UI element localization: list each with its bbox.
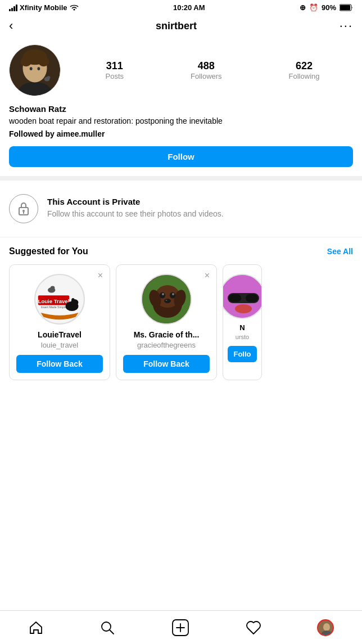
suggested-title: Suggested for You	[9, 246, 88, 256]
home-nav-button[interactable]	[28, 620, 44, 636]
suggested-header: Suggested for You See All	[9, 246, 362, 256]
profile-nav-button[interactable]	[317, 619, 334, 636]
lock-icon	[9, 194, 38, 223]
svg-rect-37	[229, 294, 241, 302]
svg-point-23	[51, 286, 55, 290]
svg-point-46	[323, 623, 330, 631]
section-divider-1	[0, 176, 362, 181]
posts-count: 311	[106, 60, 123, 72]
svg-point-39	[235, 304, 252, 313]
profile-nav-avatar	[317, 619, 334, 636]
card-1-username: louie_travel	[41, 341, 79, 349]
suggested-card-1: × Louie Travel Insert Made Simple	[9, 264, 110, 380]
svg-point-11	[47, 76, 51, 79]
followers-stat[interactable]: 488 Followers	[191, 60, 222, 80]
battery-icon	[340, 4, 353, 11]
status-time: 10:20 AM	[173, 3, 205, 12]
battery-percent: 90%	[322, 3, 336, 12]
private-account-message: Follow this account to see their photos …	[47, 209, 224, 220]
wifi-icon	[70, 4, 79, 11]
private-account-title: This Account is Private	[47, 197, 224, 206]
top-nav: ‹ snirtbert ···	[0, 14, 362, 39]
card-2-close-button[interactable]: ×	[205, 271, 210, 281]
status-right: ⊕ ⏰ 90%	[300, 3, 353, 12]
avatar-image	[10, 45, 60, 96]
suggested-section: Suggested for You See All × Louie Travel…	[0, 237, 362, 389]
profile-avatar[interactable]	[9, 44, 61, 96]
svg-point-34	[166, 300, 168, 301]
svg-text:Louie Travel: Louie Travel	[38, 298, 70, 304]
card-1-avatar: Louie Travel Insert Made Simple	[34, 274, 85, 325]
carrier-name: Xfinity Mobile	[20, 3, 67, 12]
svg-point-8	[30, 67, 33, 70]
status-left: Xfinity Mobile	[9, 3, 79, 12]
card-2-username: gracieofthegreens	[137, 341, 196, 349]
bottom-nav	[0, 610, 362, 644]
followed-by-label: Followed by	[9, 129, 55, 138]
activity-nav-button[interactable]	[246, 620, 261, 636]
profile-followed-by: Followed by aimee.muller	[9, 129, 353, 138]
card-2-name: Ms. Gracie of th...	[134, 330, 200, 339]
card-2-follow-button[interactable]: Follow Back	[123, 355, 210, 373]
svg-point-29	[160, 292, 165, 298]
followed-by-user: aimee.muller	[57, 129, 105, 138]
posts-stat[interactable]: 311 Posts	[105, 60, 124, 80]
profile-section: 311 Posts 488 Followers 622 Following Sc…	[0, 39, 362, 176]
profile-header: 311 Posts 488 Followers 622 Following	[9, 44, 353, 96]
profile-bio: wooden boat repair and restoration: post…	[9, 116, 353, 127]
card-3-name: N	[239, 323, 245, 332]
followers-label: Followers	[191, 72, 222, 80]
svg-point-31	[162, 293, 164, 295]
card-1-close-button[interactable]: ×	[98, 271, 103, 281]
screen-record-icon: ⊕	[300, 3, 306, 12]
svg-line-41	[110, 630, 114, 634]
profile-username-header: snirtbert	[156, 20, 197, 32]
svg-rect-38	[246, 294, 258, 302]
profile-name: Schowan Ratz	[9, 104, 353, 114]
svg-point-13	[22, 210, 25, 212]
svg-point-7	[38, 57, 49, 67]
svg-point-32	[172, 293, 174, 295]
suggested-card-2: ×	[116, 264, 217, 380]
alarm-icon: ⏰	[309, 3, 318, 12]
svg-point-30	[170, 292, 175, 298]
following-stat[interactable]: 622 Following	[289, 60, 320, 80]
followers-count: 488	[198, 60, 215, 72]
svg-text:Insert Made Simple: Insert Made Simple	[41, 305, 66, 309]
signal-icon	[9, 4, 17, 11]
back-button[interactable]: ‹	[9, 19, 13, 33]
following-label: Following	[289, 72, 320, 80]
suggested-card-3: N ursto Follo	[223, 264, 262, 380]
following-count: 622	[296, 60, 313, 72]
private-account-section: This Account is Private Follow this acco…	[0, 181, 362, 237]
svg-point-6	[21, 57, 32, 67]
card-1-follow-button[interactable]: Follow Back	[16, 355, 103, 373]
more-options-button[interactable]: ···	[340, 19, 353, 33]
suggested-cards-container: × Louie Travel Insert Made Simple	[9, 264, 362, 380]
card-2-avatar	[141, 274, 192, 325]
status-bar: Xfinity Mobile 10:20 AM ⊕ ⏰ 90%	[0, 0, 362, 14]
follow-button[interactable]: Follow	[9, 146, 353, 167]
posts-label: Posts	[105, 72, 124, 80]
card-3-avatar	[223, 274, 262, 319]
card-3-follow-button[interactable]: Follo	[228, 346, 257, 362]
svg-point-9	[37, 67, 40, 70]
svg-point-21	[71, 298, 75, 303]
add-post-nav-button[interactable]	[171, 619, 189, 637]
svg-rect-1	[340, 5, 350, 10]
card-1-name: LouieTravel	[38, 330, 82, 339]
card-3-username: ursto	[236, 334, 249, 340]
private-account-text: This Account is Private Follow this acco…	[47, 197, 224, 220]
see-all-button[interactable]: See All	[327, 247, 353, 256]
search-nav-button[interactable]	[99, 620, 115, 636]
svg-point-33	[164, 299, 171, 303]
profile-stats: 311 Posts 488 Followers 622 Following	[72, 60, 353, 80]
